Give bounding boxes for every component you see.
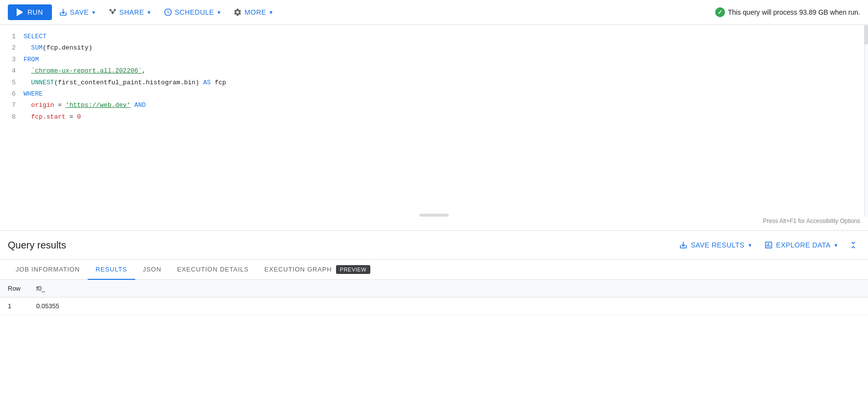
vertical-scrollbar-thumb[interactable] [864, 25, 868, 45]
share-chevron-icon: ▼ [146, 10, 151, 15]
save-button[interactable]: SAVE ▼ [54, 4, 101, 21]
schedule-button[interactable]: SCHEDULE ▼ [159, 4, 227, 21]
more-button[interactable]: MORE ▼ [228, 4, 278, 21]
results-header: Query results SAVE RESULTS ▼ EXPLORE DAT… [0, 231, 868, 260]
explore-data-button[interactable]: EXPLORE DATA ▼ [760, 238, 843, 252]
cell-f0-1: 0.05355 [28, 297, 67, 315]
share-label: SHARE [120, 8, 145, 16]
toolbar: RUN SAVE ▼ SHARE ▼ SCHEDULE ▼ MORE ▼ Thi… [0, 0, 868, 25]
save-chevron-icon: ▼ [91, 10, 96, 15]
line-numbers: 1 2 3 4 5 6 7 8 [0, 31, 24, 123]
save-results-icon [679, 241, 688, 249]
more-label: MORE [244, 8, 266, 16]
vertical-scrollbar[interactable] [864, 25, 868, 217]
code-line-6: WHERE [24, 88, 868, 99]
gear-icon [233, 8, 242, 17]
explore-data-chevron-icon: ▼ [834, 243, 839, 248]
schedule-label: SCHEDULE [175, 8, 214, 16]
cell-empty-1 [67, 297, 868, 315]
code-line-3: FROM [24, 54, 868, 65]
accessibility-hint: Press Alt+F1 for Accessibility Options [763, 218, 860, 224]
code-line-5: UNNEST(first_contentful_paint.histogram.… [24, 77, 868, 88]
code-content[interactable]: SELECT SUM(fcp.density) FROM `chrome-ux-… [24, 31, 868, 123]
explore-data-label: EXPLORE DATA [776, 241, 830, 249]
col-row: Row [0, 280, 28, 297]
explore-data-icon [764, 241, 773, 249]
horizontal-scrollbar[interactable] [419, 214, 449, 217]
schedule-icon [164, 8, 172, 17]
cell-row-1: 1 [0, 297, 28, 315]
tab-job-information[interactable]: JOB INFORMATION [8, 260, 88, 280]
tab-execution-graph[interactable]: EXECUTION GRAPH PREVIEW [257, 260, 378, 280]
play-icon [17, 8, 24, 16]
share-button[interactable]: SHARE ▼ [103, 4, 157, 21]
code-line-1: SELECT [24, 31, 868, 42]
tab-execution-details[interactable]: EXECUTION DETAILS [169, 260, 256, 280]
code-line-7: origin = 'https://web.dev' AND [24, 99, 868, 111]
code-line-2: SUM(fcp.density) [24, 42, 868, 53]
save-results-label: SAVE RESULTS [691, 241, 745, 249]
preview-badge: PREVIEW [336, 265, 370, 274]
results-actions: SAVE RESULTS ▼ EXPLORE DATA ▼ [675, 238, 860, 252]
tab-json[interactable]: JSON [135, 260, 169, 280]
tab-results[interactable]: RESULTS [88, 260, 135, 280]
more-chevron-icon: ▼ [268, 10, 273, 15]
code-line-4: `chrome-ux-report.all.202206`, [24, 65, 868, 76]
expand-button[interactable] [846, 238, 860, 252]
table-row: 1 0.05355 [0, 297, 868, 315]
results-title: Query results [8, 240, 675, 251]
success-icon [715, 7, 725, 17]
share-icon [108, 8, 117, 17]
results-tabs: JOB INFORMATION RESULTS JSON EXECUTION D… [0, 260, 868, 280]
results-table: Row f0_ 1 0.05355 [0, 280, 868, 315]
run-label: RUN [27, 8, 43, 16]
schedule-chevron-icon: ▼ [217, 10, 221, 15]
save-results-button[interactable]: SAVE RESULTS ▼ [675, 238, 756, 252]
col-empty [67, 280, 868, 297]
results-panel: Query results SAVE RESULTS ▼ EXPLORE DAT… [0, 231, 868, 315]
code-editor[interactable]: 1 2 3 4 5 6 7 8 SELECT SUM(fcp.density) … [0, 25, 868, 231]
run-button[interactable]: RUN [8, 4, 52, 20]
save-results-chevron-icon: ▼ [747, 243, 752, 248]
query-info-text: This query will process 93.89 GB when ru… [728, 8, 860, 16]
code-line-8: fcp.start = 0 [24, 111, 868, 123]
query-info: This query will process 93.89 GB when ru… [715, 7, 860, 17]
expand-icon [848, 240, 858, 250]
save-icon [59, 8, 68, 17]
col-f0: f0_ [28, 280, 67, 297]
save-label: SAVE [70, 8, 89, 16]
